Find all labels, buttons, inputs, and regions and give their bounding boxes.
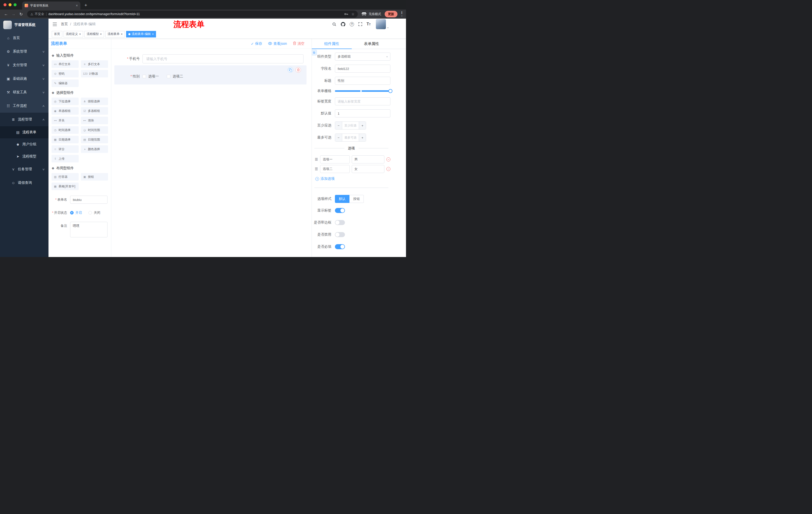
label-width-input[interactable] bbox=[335, 97, 390, 105]
tab-component-props[interactable]: 组件属性 bbox=[312, 39, 352, 49]
add-option-button[interactable]: + 添加选项 bbox=[315, 177, 390, 181]
address-bar[interactable]: ⚠ 不安全 dashboard.yudao.iocoder.cn/bpm/man… bbox=[27, 10, 358, 18]
design-canvas[interactable]: 手机号 性别 bbox=[111, 49, 312, 257]
clear-button[interactable]: 清空 bbox=[293, 42, 304, 46]
palette-item[interactable]: ⇧上传 bbox=[52, 155, 79, 162]
sidebar-item-user-group[interactable]: ☻用户分组 bbox=[0, 138, 49, 151]
tag-close-icon[interactable]: × bbox=[121, 33, 123, 36]
github-icon[interactable] bbox=[341, 22, 345, 27]
tag-process-definition[interactable]: 流程定义× bbox=[63, 31, 83, 37]
sidebar-item-process-form[interactable]: ▤流程表单 bbox=[0, 126, 49, 138]
palette-item[interactable]: ☑多选框组 bbox=[81, 107, 108, 115]
form-remark-textarea[interactable]: 嘿嘿 bbox=[70, 222, 108, 237]
palette-item[interactable]: ≡多行文本 bbox=[81, 60, 108, 68]
palette-item[interactable]: ⊶开关 bbox=[52, 117, 79, 124]
palette-item[interactable]: ◶时间范围 bbox=[81, 126, 108, 134]
form-name-input[interactable] bbox=[70, 196, 108, 204]
option-value-input[interactable] bbox=[352, 165, 384, 173]
palette-item[interactable]: ▭单行文本 bbox=[52, 60, 79, 68]
palette-item[interactable]: ◷时间选择 bbox=[52, 126, 79, 134]
remove-option-button[interactable]: − bbox=[386, 157, 390, 161]
palette-item[interactable]: ▤日期范围 bbox=[81, 136, 108, 143]
sidebar-item-dev-tools[interactable]: ⚒研发工具∨ bbox=[0, 85, 49, 99]
status-off-radio[interactable]: 关闭 bbox=[88, 211, 100, 215]
sidebar-logo[interactable]: 芋道管理系统 bbox=[0, 19, 49, 31]
bookmark-star-icon[interactable]: ☆ bbox=[351, 12, 354, 16]
copy-component-button[interactable] bbox=[288, 67, 293, 73]
palette-item[interactable]: ⋔级联选择 bbox=[81, 98, 108, 105]
tag-close-icon[interactable]: × bbox=[100, 33, 102, 36]
user-avatar[interactable] bbox=[376, 19, 386, 29]
forward-button[interactable]: → bbox=[10, 12, 17, 16]
fullscreen-icon[interactable] bbox=[358, 22, 362, 26]
minimize-window-button[interactable] bbox=[8, 3, 11, 6]
palette-item[interactable]: ◉单选框组 bbox=[52, 107, 79, 115]
increase-button[interactable]: + bbox=[359, 134, 366, 141]
show-label-switch[interactable] bbox=[335, 208, 345, 213]
breadcrumb-home[interactable]: 首页 bbox=[61, 22, 68, 26]
browser-tab[interactable]: 芋道管理系统 × bbox=[22, 1, 80, 9]
save-button[interactable]: ✓ 保存 bbox=[251, 42, 262, 46]
delete-component-button[interactable] bbox=[295, 67, 301, 73]
disabled-switch[interactable] bbox=[335, 232, 345, 237]
sidebar-item-leave-query[interactable]: ☺请假查询 bbox=[0, 176, 49, 190]
palette-item[interactable]: ▦日期选择 bbox=[52, 136, 79, 143]
sidebar-item-process-management[interactable]: ≣流程管理∧ bbox=[0, 113, 49, 126]
sidebar-item-task-management[interactable]: ⋎任务管理∨ bbox=[0, 162, 49, 176]
style-default-button[interactable]: 默认 bbox=[335, 195, 349, 203]
search-icon[interactable] bbox=[332, 22, 337, 26]
palette-item[interactable]: ✎编辑器 bbox=[52, 79, 79, 87]
new-tab-button[interactable]: + bbox=[84, 2, 87, 8]
status-on-radio[interactable]: 开启 bbox=[70, 211, 82, 215]
sidebar-item-infrastructure[interactable]: ▣基础设施∨ bbox=[0, 72, 49, 85]
tag-close-icon[interactable]: × bbox=[152, 33, 154, 36]
sidebar-item-home[interactable]: ⌂首页 bbox=[0, 31, 49, 45]
palette-item[interactable]: ⊙密码 bbox=[52, 70, 79, 77]
checkbox-icon[interactable] bbox=[142, 75, 146, 78]
palette-item[interactable]: ▦表格[开发中] bbox=[52, 183, 79, 190]
with-border-switch[interactable] bbox=[335, 220, 345, 225]
min-select-input[interactable] bbox=[342, 122, 359, 129]
back-button[interactable]: ← bbox=[2, 12, 9, 16]
drag-handle-icon[interactable]: ☰ bbox=[315, 167, 318, 171]
remove-option-button[interactable]: − bbox=[386, 167, 390, 171]
tab-form-props[interactable]: 表单属性 bbox=[352, 39, 392, 49]
checkbox-option[interactable]: 选项二 bbox=[167, 74, 183, 79]
gender-field-row-selected[interactable]: 性别 选项一选项二 bbox=[114, 65, 307, 84]
tag-process-form[interactable]: 流程表单× bbox=[105, 31, 125, 37]
slider-handle[interactable] bbox=[388, 89, 393, 93]
sidebar-item-workflow[interactable]: ☷工作流程∧ bbox=[0, 99, 49, 113]
decrease-button[interactable]: − bbox=[335, 122, 342, 129]
option-label-input[interactable] bbox=[320, 155, 350, 163]
font-size-icon[interactable]: TT bbox=[367, 22, 371, 26]
palette-item[interactable]: 123计数器 bbox=[81, 70, 108, 77]
palette-item[interactable]: ⊷滑块 bbox=[81, 117, 108, 124]
tag-process-model[interactable]: 流程模型× bbox=[84, 31, 104, 37]
default-value-input[interactable] bbox=[335, 109, 390, 117]
maximize-window-button[interactable] bbox=[13, 3, 17, 6]
browser-menu-icon[interactable]: ⋮ bbox=[400, 11, 404, 14]
phone-input[interactable] bbox=[142, 54, 303, 63]
component-type-select[interactable]: 多选框组 ▾ bbox=[335, 53, 390, 61]
max-select-input[interactable] bbox=[342, 134, 359, 141]
phone-field-row[interactable]: 手机号 bbox=[114, 54, 307, 63]
tag-home[interactable]: 首页 bbox=[52, 31, 62, 37]
sidebar-item-process-model[interactable]: ➤流程模型 bbox=[0, 151, 49, 162]
checkbox-icon[interactable] bbox=[167, 75, 170, 78]
drag-handle-icon[interactable]: ☰ bbox=[315, 157, 318, 161]
link-icon[interactable]: ⧉ bbox=[312, 50, 317, 55]
field-name-input[interactable] bbox=[335, 64, 390, 73]
help-icon[interactable]: ? bbox=[350, 22, 354, 26]
palette-item[interactable]: ▣按钮 bbox=[81, 173, 108, 181]
hamburger-icon[interactable] bbox=[53, 22, 57, 26]
title-input[interactable] bbox=[335, 77, 390, 85]
required-switch[interactable] bbox=[335, 244, 345, 249]
grid-slider[interactable] bbox=[335, 90, 390, 92]
reload-button[interactable]: ↻ bbox=[18, 12, 25, 17]
increase-button[interactable]: + bbox=[359, 122, 366, 129]
close-window-button[interactable] bbox=[3, 3, 6, 6]
palette-item[interactable]: ◎下拉选择 bbox=[52, 98, 79, 105]
sidebar-item-system-management[interactable]: ⚙系统管理∨ bbox=[0, 45, 49, 58]
option-value-input[interactable] bbox=[352, 155, 384, 163]
tag-close-icon[interactable]: × bbox=[79, 33, 81, 36]
